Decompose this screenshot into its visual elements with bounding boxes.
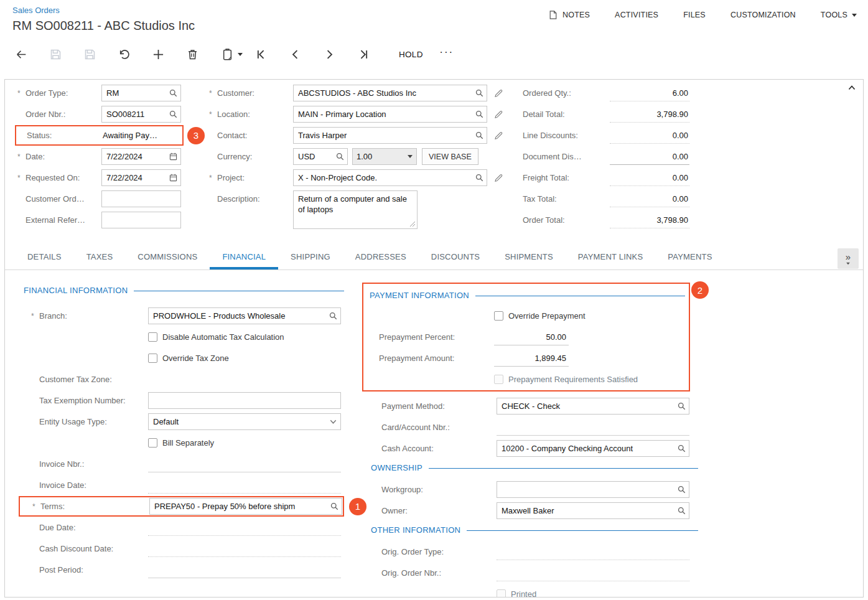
view-base-button[interactable]: VIEW BASE xyxy=(422,148,478,165)
location-field[interactable]: MAIN - Primary Location xyxy=(293,106,487,123)
search-icon[interactable] xyxy=(475,131,484,140)
first-record-button[interactable] xyxy=(253,45,268,63)
owner-field[interactable]: Maxwell Baker xyxy=(497,502,689,519)
currency-rate-combo[interactable]: 1.00 xyxy=(352,148,417,165)
order-nbr-field[interactable]: SO008211 xyxy=(101,106,181,123)
customer-order-field[interactable] xyxy=(101,190,181,207)
override-tax-zone-label: Override Tax Zone xyxy=(162,354,229,363)
date-value: 7/22/2024 xyxy=(106,152,167,161)
required-star: * xyxy=(209,89,217,98)
tab-payment-links[interactable]: PAYMENT LINKS xyxy=(566,246,655,270)
pencil-icon[interactable] xyxy=(493,131,503,141)
calendar-icon[interactable] xyxy=(169,152,178,161)
prepayment-amount-field[interactable]: 1,899.45 xyxy=(494,350,569,367)
payment-information-header: PAYMENT INFORMATION xyxy=(370,289,685,301)
branch-field[interactable]: PRODWHOLE - Products Wholesale xyxy=(148,307,341,324)
cancel-button[interactable] xyxy=(116,45,131,63)
search-icon[interactable] xyxy=(475,110,484,119)
tab-taxes[interactable]: TAXES xyxy=(74,246,126,270)
resize-handle-icon[interactable] xyxy=(409,221,416,227)
search-icon[interactable] xyxy=(169,88,178,98)
files-button[interactable]: FILES xyxy=(683,11,706,19)
breadcrumb[interactable]: Sales Orders xyxy=(12,6,60,15)
terms-field[interactable]: PREPAY50 - Prepay 50% before shipm xyxy=(149,498,342,515)
disable-tax-checkbox[interactable] xyxy=(148,332,157,342)
override-prepayment-checkbox[interactable] xyxy=(494,311,503,321)
project-field[interactable]: X - Non-Project Code. xyxy=(293,169,487,186)
terms-highlight-box: *Terms: PREPAY50 - Prepay 50% before shi… xyxy=(19,496,344,517)
search-icon[interactable] xyxy=(330,502,339,511)
more-actions-button[interactable]: ··· xyxy=(439,45,454,63)
search-icon[interactable] xyxy=(335,152,345,161)
override-tax-zone-checkbox[interactable] xyxy=(148,354,157,363)
delete-record-button[interactable] xyxy=(185,45,200,63)
tab-bar: DETAILS TAXES COMMISSIONS FINANCIAL SHIP… xyxy=(5,246,863,270)
post-period-field[interactable] xyxy=(148,561,341,578)
workgroup-field[interactable] xyxy=(497,481,689,498)
orig-order-nbr-field xyxy=(497,565,689,581)
order-nbr-value: SO008211 xyxy=(106,110,167,119)
save-close-button[interactable] xyxy=(48,45,63,63)
notes-button[interactable]: NOTES xyxy=(548,10,590,20)
requested-on-row: *Requested On: 7/22/2024 xyxy=(12,169,194,186)
tab-commissions[interactable]: COMMISSIONS xyxy=(125,246,210,270)
add-record-button[interactable] xyxy=(151,45,166,63)
entity-usage-select[interactable]: Default xyxy=(148,413,341,430)
contact-field[interactable]: Travis Harper xyxy=(293,127,487,144)
customization-button[interactable]: CUSTOMIZATION xyxy=(730,11,796,19)
pencil-icon[interactable] xyxy=(493,88,503,98)
order-type-field[interactable]: RM xyxy=(101,85,181,101)
search-icon[interactable] xyxy=(677,485,686,494)
search-icon[interactable] xyxy=(475,173,484,182)
currency-code-field[interactable]: USD xyxy=(293,148,348,165)
last-record-button[interactable] xyxy=(356,45,371,63)
payment-method-field[interactable]: CHECK - Check xyxy=(497,398,689,415)
due-date-field xyxy=(148,519,341,536)
next-record-button[interactable] xyxy=(322,45,337,63)
search-icon[interactable] xyxy=(169,110,178,119)
bill-separately-checkbox[interactable] xyxy=(148,438,157,448)
search-icon[interactable] xyxy=(677,444,686,453)
external-reference-field[interactable] xyxy=(101,212,181,228)
customer-field[interactable]: ABCSTUDIOS - ABC Studios Inc xyxy=(293,85,487,101)
section-divider xyxy=(467,530,698,531)
pencil-icon[interactable] xyxy=(493,173,503,183)
tab-shipping[interactable]: SHIPPING xyxy=(278,246,343,270)
tab-discounts[interactable]: DISCOUNTS xyxy=(419,246,492,270)
app-header: Sales Orders RM SO008211 - ABC Studios I… xyxy=(0,0,868,39)
search-icon[interactable] xyxy=(677,506,686,515)
terms-label: Terms: xyxy=(40,502,65,511)
copy-paste-button[interactable] xyxy=(219,45,244,63)
tab-payments[interactable]: PAYMENTS xyxy=(655,246,724,270)
hold-button[interactable]: HOLD xyxy=(399,50,423,59)
payment-highlight-box: PAYMENT INFORMATION Override Prepayment … xyxy=(362,283,690,391)
chevron-down-icon xyxy=(329,417,338,426)
top-menu: NOTES ACTIVITIES FILES CUSTOMIZATION TOO… xyxy=(548,10,857,20)
tab-shipments[interactable]: SHIPMENTS xyxy=(492,246,566,270)
previous-record-button[interactable] xyxy=(287,45,302,63)
tax-exemption-field[interactable] xyxy=(148,392,341,409)
tab-details[interactable]: DETAILS xyxy=(15,246,74,270)
collapse-summary-button[interactable] xyxy=(847,83,857,93)
tools-button[interactable]: TOOLS xyxy=(821,11,857,19)
document-discounts-value[interactable]: 0.00 xyxy=(610,148,689,165)
calendar-icon[interactable] xyxy=(169,173,178,182)
save-button[interactable] xyxy=(82,45,97,63)
requested-on-field[interactable]: 7/22/2024 xyxy=(101,169,181,186)
search-icon[interactable] xyxy=(329,311,338,321)
tab-financial[interactable]: FINANCIAL xyxy=(210,246,278,270)
date-field[interactable]: 7/22/2024 xyxy=(101,148,181,165)
payment-method-row: Payment Method: CHECK - Check xyxy=(366,398,698,415)
activities-button[interactable]: ACTIVITIES xyxy=(615,11,658,19)
search-icon[interactable] xyxy=(677,401,686,411)
tab-overflow-button[interactable]: » xyxy=(838,248,859,269)
pencil-icon[interactable] xyxy=(493,110,503,120)
tab-addresses[interactable]: ADDRESSES xyxy=(343,246,419,270)
invoice-nbr-field[interactable] xyxy=(148,456,341,472)
prepayment-percent-field[interactable]: 50.00 xyxy=(494,329,569,345)
cash-account-field[interactable]: 10200 - Company Checking Account xyxy=(497,440,689,457)
search-icon[interactable] xyxy=(475,88,484,98)
back-button[interactable] xyxy=(14,45,29,63)
description-textarea[interactable]: Return of a computer and sale of laptops xyxy=(293,190,418,229)
document-discounts-row: Document Dis…0.00 xyxy=(516,148,689,165)
